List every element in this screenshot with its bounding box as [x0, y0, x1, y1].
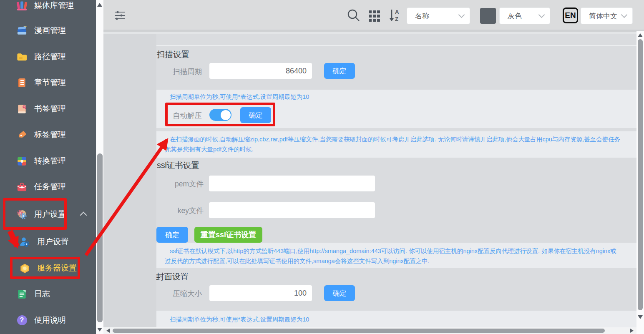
- sort-field-select[interactable]: 名称: [407, 8, 470, 24]
- folder-icon: [16, 51, 28, 63]
- toolbar: AZ 名称 灰色 EN 简体中文: [103, 0, 644, 30]
- sidebar-item-label: 用户设置: [34, 209, 66, 220]
- sidebar-item-convert[interactable]: 转换管理: [0, 149, 96, 173]
- panel-top-divider: [156, 45, 636, 46]
- svg-text:Z: Z: [395, 16, 398, 22]
- bookmark-icon: [16, 103, 28, 115]
- theme-select[interactable]: 灰色: [499, 8, 550, 24]
- tag-icon: [16, 129, 28, 141]
- chapter-icon: [16, 77, 28, 88]
- sort-field-value: 名称: [415, 11, 429, 21]
- task-icon: [16, 181, 28, 193]
- sidebar-item-comic[interactable]: 漫画管理: [0, 19, 96, 42]
- auto-unzip-toggle[interactable]: [209, 109, 231, 121]
- gears-icon: [16, 209, 28, 220]
- toolbar-divider-light: [103, 32, 636, 34]
- compress-size-input[interactable]: [209, 285, 312, 301]
- search-icon[interactable]: [347, 8, 361, 24]
- sidebar-item-label: 任务管理: [34, 181, 66, 192]
- scan-period-input[interactable]: [209, 63, 312, 79]
- scan-settings-title: 扫描设置: [157, 49, 189, 60]
- scroll-down-arrow-icon[interactable]: [97, 328, 102, 331]
- main-horizontal-scrollbar[interactable]: [103, 327, 636, 334]
- cover-settings-title: 封面设置: [156, 271, 189, 282]
- sidebar-item-media-library[interactable]: 媒体库管理: [0, 0, 96, 17]
- log-icon: [16, 289, 28, 300]
- sidebar-item-label: 服务器设置: [37, 263, 77, 274]
- horizontal-scrollbar-thumb[interactable]: [113, 329, 605, 333]
- compress-size-label: 压缩大小: [156, 289, 202, 299]
- scroll-down-arrow-icon[interactable]: [638, 315, 643, 319]
- language-toggle-button[interactable]: EN: [563, 8, 578, 23]
- scroll-up-arrow-icon[interactable]: [97, 3, 102, 7]
- scroll-up-arrow-icon[interactable]: [638, 33, 643, 37]
- sidebar-item-label: 用户设置: [37, 236, 69, 247]
- theme-color-swatch[interactable]: [480, 8, 496, 24]
- language-select[interactable]: 简体中文: [581, 8, 633, 24]
- sliders-icon[interactable]: [114, 10, 126, 22]
- ssl-hint-line2: 过反代的方式进行配置,可以在此处填写证书使用的文件,smanga会将这些文件写入…: [158, 257, 636, 265]
- ssl-hint-line1: ssl证书在默认模式下,以http的方式监听443端口,使用http://sma…: [158, 247, 636, 255]
- compress-confirm-button[interactable]: 确定: [324, 285, 355, 301]
- app-window: 媒体库管理 漫画管理 路径管理 章节管理 书签管理 标签管理 转换管理: [0, 0, 644, 334]
- ssl-settings-title: ssl证书设置: [157, 160, 199, 171]
- auto-unzip-confirm-button[interactable]: 确定: [240, 107, 271, 123]
- auto-unzip-hint-line2: 尤其是您拥有大量pdf文件的时候.: [158, 146, 636, 153]
- sidebar-item-label: 转换管理: [34, 156, 66, 166]
- scan-period-label: 扫描周期: [156, 67, 202, 77]
- question-glyph: ?: [17, 315, 27, 325]
- sidebar-item-label: 漫画管理: [34, 25, 66, 36]
- sidebar-item-label: 章节管理: [34, 77, 66, 88]
- svg-text:A: A: [395, 9, 399, 15]
- sidebar-item-label: 日志: [34, 289, 50, 299]
- sidebar-item-log[interactable]: 日志: [0, 282, 96, 306]
- theme-value: 灰色: [508, 11, 522, 21]
- pem-file-label: pem文件: [158, 179, 204, 189]
- sidebar-item-chapter[interactable]: 章节管理: [0, 71, 96, 94]
- question-icon: ?: [16, 315, 28, 326]
- sidebar-item-label: 标签管理: [34, 129, 66, 140]
- chevron-down-icon: [621, 12, 628, 18]
- sidebar-item-label: 路径管理: [34, 51, 66, 62]
- sidebar-scrollbar-thumb[interactable]: [97, 153, 103, 322]
- user-gear-icon: [19, 236, 30, 248]
- sidebar-item-label: 媒体库管理: [34, 0, 74, 11]
- scan-period-confirm-button[interactable]: 确定: [324, 63, 355, 79]
- hexagon-icon: [19, 263, 30, 274]
- chevron-down-icon: [538, 12, 545, 18]
- sidebar: 媒体库管理 漫画管理 路径管理 章节管理 书签管理 标签管理 转换管理: [0, 0, 96, 334]
- scroll-right-arrow-icon[interactable]: [630, 329, 634, 333]
- auto-unzip-hint-line1: 在扫描漫画的时候,自动解压缩zip,cbz,rar,pdf等压缩文件,当您需要获…: [158, 136, 636, 143]
- pem-file-input[interactable]: [209, 176, 375, 191]
- key-file-label: key文件: [158, 206, 204, 216]
- chevron-up-icon[interactable]: [80, 212, 87, 219]
- sidebar-item-help[interactable]: ? 使用说明: [0, 309, 96, 332]
- auto-unzip-label: 自动解压: [156, 110, 202, 121]
- sidebar-item-user-settings-parent[interactable]: 用户设置: [0, 203, 96, 226]
- ssl-reset-button[interactable]: 重置ssl证书设置: [194, 227, 262, 243]
- grid-view-icon[interactable]: [369, 10, 380, 23]
- sidebar-item-label: 使用说明: [34, 315, 66, 326]
- sidebar-item-user-settings[interactable]: 用户设置: [0, 230, 96, 254]
- sidebar-item-task[interactable]: 任务管理: [0, 175, 96, 198]
- language-value: 简体中文: [589, 11, 617, 21]
- key-file-input[interactable]: [209, 202, 375, 218]
- scan-period-hint: 扫描周期单位为秒,可使用*表达式.设置周期最短为10: [158, 93, 636, 101]
- main-vertical-scrollbar[interactable]: [636, 31, 644, 334]
- sort-az-icon[interactable]: AZ: [388, 8, 402, 24]
- sidebar-item-bookmark[interactable]: 书签管理: [0, 97, 96, 121]
- sidebar-item-server-settings[interactable]: 服务器设置: [0, 256, 96, 280]
- sidebar-item-path[interactable]: 路径管理: [0, 45, 96, 68]
- comic-icon: [16, 25, 28, 36]
- chevron-down-icon: [458, 12, 465, 18]
- ssl-confirm-button[interactable]: 确定: [156, 227, 188, 243]
- toggle-knob: [221, 110, 231, 120]
- vertical-scrollbar-thumb[interactable]: [638, 39, 643, 310]
- sidebar-scrollbar[interactable]: [96, 0, 103, 334]
- cover-hint: 扫描周期单位为秒,可使用*表达式.设置周期最短为10: [158, 316, 636, 324]
- scroll-left-arrow-icon[interactable]: [106, 329, 110, 333]
- convert-icon: [16, 156, 28, 167]
- media-library-icon: [16, 0, 28, 11]
- sidebar-item-label: 书签管理: [34, 103, 66, 114]
- sidebar-item-tag[interactable]: 标签管理: [0, 123, 96, 146]
